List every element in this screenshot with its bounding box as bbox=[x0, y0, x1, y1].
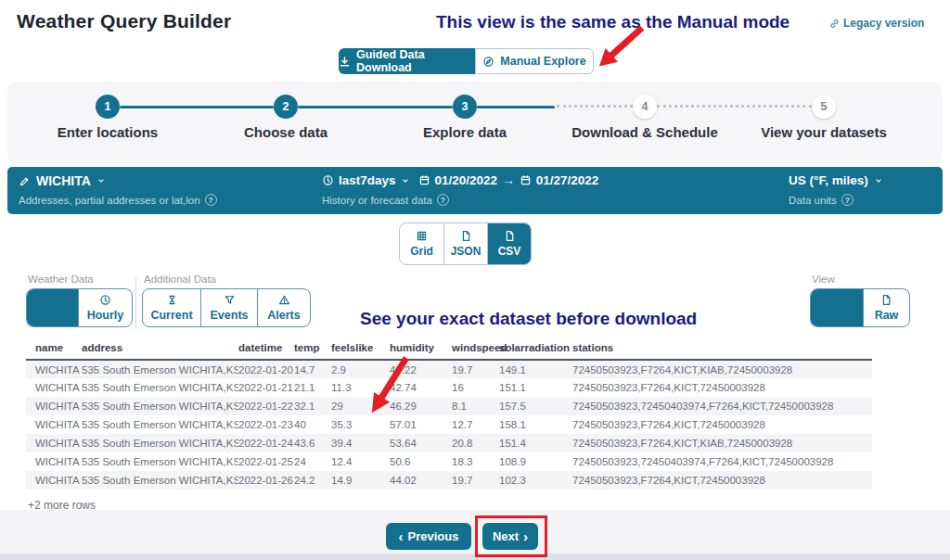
stepper-connector bbox=[298, 106, 453, 108]
prev-chevron-icon: ‹ bbox=[399, 528, 404, 544]
format-grid-button[interactable]: Grid bbox=[400, 223, 443, 264]
location-hint-text: Addresses, partial addresses or lat,lon bbox=[19, 195, 200, 206]
table-view-label: Table bbox=[822, 309, 852, 322]
units-selector[interactable]: US (°F, miles) bbox=[789, 173, 883, 187]
legacy-version-link[interactable]: Legacy version bbox=[829, 17, 924, 30]
next-label: Next bbox=[493, 529, 519, 543]
date-start-value[interactable]: 01/20/2022 bbox=[435, 173, 498, 187]
bottom-edge bbox=[0, 554, 950, 560]
table-cell: 24.2 bbox=[294, 471, 331, 490]
current-label: Current bbox=[150, 309, 192, 322]
location-selector[interactable]: WICHITA bbox=[19, 173, 106, 188]
step-4-circle[interactable]: 4 bbox=[633, 95, 657, 119]
grid-icon bbox=[416, 230, 428, 242]
page-title: Weather Query Builder bbox=[17, 10, 231, 32]
help-icon[interactable]: ? bbox=[841, 194, 854, 206]
table-cell: 102.3 bbox=[499, 471, 572, 490]
hourly-button[interactable]: Hourly bbox=[78, 289, 132, 326]
format-toggle: Grid JSON CSV bbox=[399, 223, 532, 265]
units-hint: Data units ? bbox=[789, 194, 854, 206]
table-cell: 157.5 bbox=[499, 397, 572, 415]
next-button[interactable]: Next › bbox=[482, 523, 538, 550]
table-cell: 12.4 bbox=[331, 452, 390, 471]
previous-button[interactable]: ‹ Previous bbox=[386, 523, 471, 550]
help-icon[interactable]: ? bbox=[437, 194, 449, 206]
raw-view-button[interactable]: Raw bbox=[863, 289, 909, 326]
step-2-label: Choose data bbox=[184, 124, 388, 140]
period-selector[interactable]: last7days 01/20/2022 → 01/27/2022 bbox=[322, 173, 598, 187]
step-2-circle[interactable]: 2 bbox=[274, 95, 298, 119]
period-hint: History or forecast data ? bbox=[322, 194, 449, 206]
tab-manual-explore[interactable]: Manual Explore bbox=[475, 48, 594, 74]
table-cell: WICHITA bbox=[26, 471, 82, 490]
stepper-connector bbox=[120, 106, 274, 108]
table-cell: 39.4 bbox=[331, 434, 390, 452]
column-header: stations bbox=[572, 336, 872, 360]
table-cell: 8.1 bbox=[452, 397, 499, 415]
table-cell: 18.3 bbox=[452, 452, 499, 471]
units-value: US (°F, miles) bbox=[789, 173, 868, 187]
table-cell: 151.4 bbox=[499, 434, 572, 452]
alerts-label: Alerts bbox=[267, 309, 300, 322]
section-divider bbox=[135, 277, 136, 329]
view-group: Table Raw bbox=[810, 288, 910, 327]
alerts-button[interactable]: Alerts bbox=[257, 289, 310, 326]
table-cell: 44.02 bbox=[390, 471, 452, 490]
date-end-value[interactable]: 01/27/2022 bbox=[536, 173, 599, 187]
table-cell: 20.8 bbox=[452, 434, 499, 452]
pencil-icon bbox=[19, 175, 31, 187]
table-view-button[interactable]: Table bbox=[811, 289, 863, 326]
table-cell: 43.6 bbox=[294, 434, 331, 452]
table-row: WICHITA535 South Emerson WICHITA,KS 6720… bbox=[26, 452, 872, 471]
tab-manual-label: Manual Explore bbox=[500, 55, 585, 68]
table-cell: 72450503923,F7264,KICT,72450003928 bbox=[572, 415, 872, 434]
table-cell: 535 South Emerson WICHITA,KS 67209 bbox=[82, 452, 238, 471]
table-cell: 29 bbox=[331, 397, 390, 415]
events-button[interactable]: Events bbox=[200, 289, 257, 326]
stepper: 1 2 3 4 5 Enter locations Choose data Ex… bbox=[7, 82, 943, 165]
current-button[interactable]: Current bbox=[143, 289, 200, 326]
table-row: WICHITA535 South Emerson WICHITA,KS 6720… bbox=[26, 471, 872, 490]
additional-data-group: Current Events Alerts bbox=[142, 288, 311, 327]
table-row: WICHITA535 South Emerson WICHITA,KS 6720… bbox=[26, 434, 872, 452]
help-icon[interactable]: ? bbox=[205, 194, 217, 206]
table-cell: 108.9 bbox=[499, 452, 572, 471]
weather-data-group: Daily Hourly bbox=[26, 288, 133, 327]
table-cell: WICHITA bbox=[26, 378, 82, 397]
table-cell: WICHITA bbox=[26, 397, 82, 415]
date-range-arrow: → bbox=[502, 173, 515, 187]
format-json-button[interactable]: JSON bbox=[443, 223, 487, 264]
table-cell: 72450503923,F7264,KICT,72450003928 bbox=[572, 471, 872, 490]
tab-guided-label: Guided Data Download bbox=[356, 48, 475, 74]
document-icon bbox=[460, 230, 472, 242]
format-csv-button[interactable]: CSV bbox=[487, 223, 531, 264]
table-cell: 53.64 bbox=[390, 434, 452, 452]
table-cell: 47.22 bbox=[390, 360, 452, 378]
table-cell: 2022-01-23 bbox=[238, 415, 294, 434]
table-cell: 16 bbox=[452, 378, 499, 397]
step-5-circle[interactable]: 5 bbox=[812, 95, 836, 119]
table-cell: 72450503923,72450403974,F7264,KICT,72450… bbox=[572, 452, 872, 471]
step-3-circle[interactable]: 3 bbox=[453, 95, 477, 119]
column-header: address bbox=[82, 336, 238, 360]
step-1-circle[interactable]: 1 bbox=[96, 95, 120, 119]
column-header: humidity bbox=[390, 336, 452, 360]
daily-button[interactable]: Daily bbox=[27, 289, 78, 326]
tab-guided-data-download[interactable]: Guided Data Download bbox=[339, 48, 475, 74]
units-hint-text: Data units bbox=[789, 195, 837, 206]
table-cell: 42.74 bbox=[390, 378, 452, 397]
table-cell: 14.7 bbox=[294, 360, 331, 378]
table-cell: 12.7 bbox=[452, 415, 499, 434]
table-cell: WICHITA bbox=[26, 415, 82, 434]
table-cell: 2022-01-24 bbox=[238, 434, 294, 452]
chevron-down-icon bbox=[874, 176, 883, 185]
step-5-label: View your datasets bbox=[722, 124, 926, 140]
view-label: View bbox=[812, 274, 835, 285]
table-cell: WICHITA bbox=[26, 452, 82, 471]
footer-bar bbox=[0, 510, 950, 560]
link-icon bbox=[829, 19, 840, 29]
table-row: WICHITA535 South Emerson WICHITA,KS 6720… bbox=[26, 360, 872, 378]
funnel-icon bbox=[224, 294, 236, 306]
step-3-label: Explore data bbox=[363, 124, 567, 140]
period-value: last7days bbox=[339, 173, 396, 187]
